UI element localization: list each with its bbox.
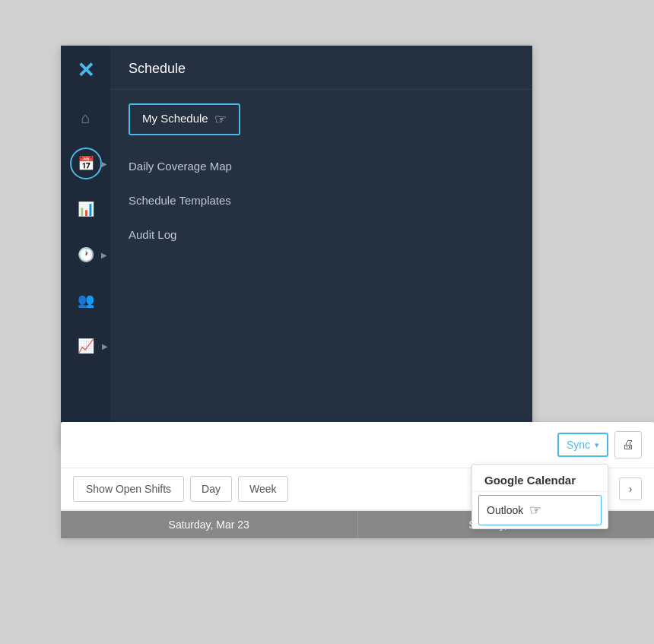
date-saturday: Saturday, Mar 23 bbox=[61, 511, 358, 538]
sidebar: ✕ ⌂ 📅 ▶ 📊 🕐 ▶ 👥 📈 ▶ bbox=[61, 46, 110, 449]
week-button[interactable]: Week bbox=[238, 476, 288, 502]
sidebar-item-reports[interactable]: 📈 ▶ bbox=[61, 323, 110, 369]
sync-dropdown: Google Calendar Outlook ☞ bbox=[471, 464, 608, 529]
sync-dropdown-item-outlook[interactable]: Outlook ☞ bbox=[478, 495, 602, 525]
bottom-toolbar: Sync ▾ 🖨 Google Calendar Outlook ☞ bbox=[61, 422, 654, 468]
reports-arrow-icon: ▶ bbox=[102, 342, 108, 351]
main-card: ✕ ⌂ 📅 ▶ 📊 🕐 ▶ 👥 📈 ▶ Schedule bbox=[61, 46, 532, 449]
app-logo: ✕ bbox=[61, 46, 110, 95]
sidebar-item-time[interactable]: 🕐 ▶ bbox=[61, 232, 110, 278]
dropdown-item-audit-log[interactable]: Audit Log bbox=[110, 217, 532, 252]
nav-forward-button[interactable]: › bbox=[619, 477, 642, 500]
daily-coverage-label: Daily Coverage Map bbox=[129, 160, 232, 173]
dropdown-item-my-schedule[interactable]: My Schedule ☞ bbox=[110, 90, 532, 149]
home-icon: ⌂ bbox=[81, 109, 90, 127]
logo-icon: ✕ bbox=[77, 58, 94, 83]
outlook-cursor-icon: ☞ bbox=[529, 502, 541, 519]
calendar-icon: 📅 bbox=[78, 155, 94, 172]
sidebar-item-home[interactable]: ⌂ bbox=[61, 95, 110, 141]
dropdown-item-daily-coverage[interactable]: Daily Coverage Map bbox=[110, 149, 532, 183]
print-icon: 🖨 bbox=[622, 438, 634, 452]
dropdown-item-schedule-templates[interactable]: Schedule Templates bbox=[110, 183, 532, 217]
chevron-right-icon: › bbox=[629, 483, 633, 495]
sidebar-item-analytics[interactable]: 📊 bbox=[61, 186, 110, 232]
schedule-dropdown-panel: Schedule My Schedule ☞ Daily Coverage Ma… bbox=[110, 46, 532, 449]
schedule-templates-label: Schedule Templates bbox=[129, 194, 231, 207]
my-schedule-button[interactable]: My Schedule ☞ bbox=[129, 103, 240, 135]
bottom-section: Sync ▾ 🖨 Google Calendar Outlook ☞ Show … bbox=[61, 422, 654, 538]
time-icon: 🕐 bbox=[78, 246, 94, 263]
cursor-icon: ☞ bbox=[214, 111, 227, 128]
sync-chevron-icon: ▾ bbox=[595, 440, 599, 450]
sidebar-item-schedule[interactable]: 📅 ▶ bbox=[61, 141, 110, 186]
analytics-icon: 📊 bbox=[78, 201, 94, 217]
day-button[interactable]: Day bbox=[190, 476, 232, 502]
sync-dropdown-header: Google Calendar bbox=[472, 465, 608, 492]
show-open-shifts-button[interactable]: Show Open Shifts bbox=[73, 476, 184, 502]
sidebar-item-people[interactable]: 👥 bbox=[61, 278, 110, 323]
sync-label: Sync bbox=[567, 439, 590, 451]
dropdown-header: Schedule bbox=[110, 46, 532, 90]
schedule-circle: 📅 bbox=[70, 148, 102, 179]
audit-log-label: Audit Log bbox=[129, 228, 176, 241]
schedule-arrow-icon: ▶ bbox=[101, 160, 107, 168]
time-arrow-icon: ▶ bbox=[101, 251, 107, 259]
print-button[interactable]: 🖨 bbox=[614, 431, 642, 458]
people-icon: 👥 bbox=[78, 292, 94, 309]
my-schedule-label: My Schedule bbox=[142, 112, 208, 125]
sync-button[interactable]: Sync ▾ bbox=[557, 433, 608, 457]
outlook-label: Outlook bbox=[487, 504, 523, 516]
reports-icon: 📈 bbox=[78, 338, 94, 354]
